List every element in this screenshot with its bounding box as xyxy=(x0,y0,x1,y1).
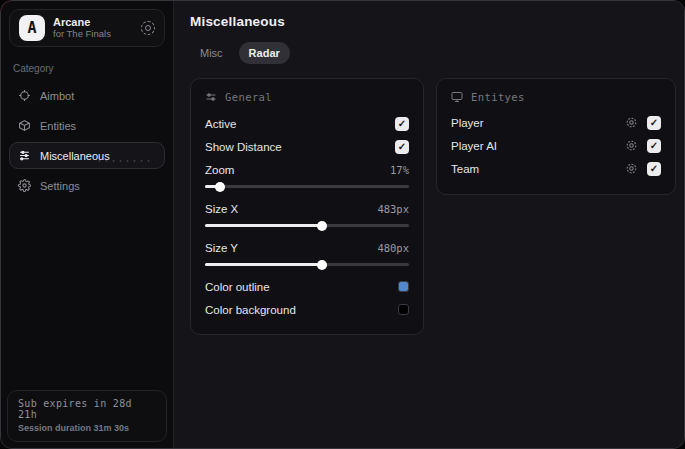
show-distance-row: Show Distance xyxy=(205,135,409,158)
app-subtitle: for The Finals xyxy=(53,29,133,40)
entity-settings-gear-icon[interactable] xyxy=(625,116,638,129)
general-panel-header: General xyxy=(205,91,409,103)
entity-label: Team xyxy=(451,163,625,175)
size-y-row: Size Y 480px xyxy=(205,236,409,259)
entity-row-player-ai: Player AI xyxy=(451,135,661,156)
tab-radar[interactable]: Radar xyxy=(239,42,290,64)
entity-checkbox[interactable] xyxy=(647,116,661,130)
zoom-row: Zoom 17% xyxy=(205,158,409,181)
sidebar-item-label: Entities xyxy=(40,120,76,132)
subscription-info-card: Sub expires in 28d 21h Session duration … xyxy=(7,390,167,442)
session-duration-text: Session duration 31m 30s xyxy=(18,423,156,433)
app-title: Arcane xyxy=(53,16,133,29)
entity-settings-gear-icon[interactable] xyxy=(625,162,638,175)
size-x-slider[interactable] xyxy=(205,224,409,227)
sliders-icon xyxy=(18,149,31,162)
zoom-label: Zoom xyxy=(205,164,234,176)
app-logo: A xyxy=(19,15,45,41)
size-y-value: 480px xyxy=(377,242,409,254)
entities-panel-header: Entityes xyxy=(451,91,661,103)
size-x-value: 483px xyxy=(377,203,409,215)
color-background-swatch[interactable] xyxy=(398,304,409,315)
sidebar-item-label: Aimbot xyxy=(40,90,74,102)
logo-text: Arcane for The Finals xyxy=(53,16,133,40)
color-outline-swatch[interactable] xyxy=(398,281,409,292)
sidebar-item-aimbot[interactable]: Aimbot xyxy=(9,82,165,109)
entities-panel-title: Entityes xyxy=(471,91,525,103)
zoom-slider[interactable] xyxy=(205,185,409,188)
entity-row-player: Player xyxy=(451,112,661,133)
color-outline-row: Color outline xyxy=(205,275,409,298)
sidebar-item-settings[interactable]: Settings xyxy=(9,172,165,199)
active-row: Active xyxy=(205,112,409,135)
color-background-row: Color background xyxy=(205,298,409,321)
entity-row-team: Team xyxy=(451,158,661,179)
sync-icon[interactable] xyxy=(141,21,155,35)
general-panel-title: General xyxy=(225,91,272,103)
size-x-slider-handle[interactable] xyxy=(205,224,323,227)
color-background-label: Color background xyxy=(205,304,296,316)
size-y-slider-handle[interactable] xyxy=(205,263,323,266)
sidebar: A Arcane for The Finals Category Aimbot … xyxy=(1,1,174,448)
entity-label: Player xyxy=(451,117,625,129)
category-label: Category xyxy=(13,63,161,74)
panels-row: General Active Show Distance Zoom 17% xyxy=(190,78,676,335)
dots-decoration xyxy=(96,158,154,164)
color-outline-label: Color outline xyxy=(205,281,270,293)
sub-expires-text: Sub expires in 28d 21h xyxy=(18,398,156,420)
logo-card: A Arcane for The Finals xyxy=(9,9,165,47)
cube-icon xyxy=(18,119,31,132)
entity-checkbox[interactable] xyxy=(647,139,661,153)
general-panel: General Active Show Distance Zoom 17% xyxy=(190,78,424,335)
main-content: Miscellaneous Misc Radar General Active xyxy=(174,1,685,448)
active-checkbox[interactable] xyxy=(395,117,409,131)
size-x-row: Size X 483px xyxy=(205,197,409,220)
sidebar-item-entities[interactable]: Entities xyxy=(9,112,165,139)
page-title: Miscellaneous xyxy=(190,14,676,29)
zoom-value: 17% xyxy=(390,164,409,176)
size-y-slider[interactable] xyxy=(205,263,409,266)
size-y-label: Size Y xyxy=(205,242,238,254)
entity-label: Player AI xyxy=(451,140,625,152)
entities-panel: Entityes Player Player AI xyxy=(436,78,676,195)
sidebar-item-label: Settings xyxy=(40,180,80,192)
size-x-label: Size X xyxy=(205,203,238,215)
sidebar-item-miscellaneous[interactable]: Miscellaneous xyxy=(9,142,165,169)
entity-checkbox[interactable] xyxy=(647,162,661,176)
entity-settings-gear-icon[interactable] xyxy=(625,139,638,152)
show-distance-checkbox[interactable] xyxy=(395,140,409,154)
active-label: Active xyxy=(205,118,236,130)
tab-misc[interactable]: Misc xyxy=(190,42,233,64)
tab-bar: Misc Radar xyxy=(190,42,676,64)
show-distance-label: Show Distance xyxy=(205,141,282,153)
app-window: A Arcane for The Finals Category Aimbot … xyxy=(0,0,685,449)
gear-icon xyxy=(18,179,31,192)
zoom-slider-handle[interactable] xyxy=(205,185,221,188)
sliders-horizontal-icon xyxy=(205,91,217,103)
crosshair-icon xyxy=(18,89,31,102)
monitor-icon xyxy=(451,91,463,103)
